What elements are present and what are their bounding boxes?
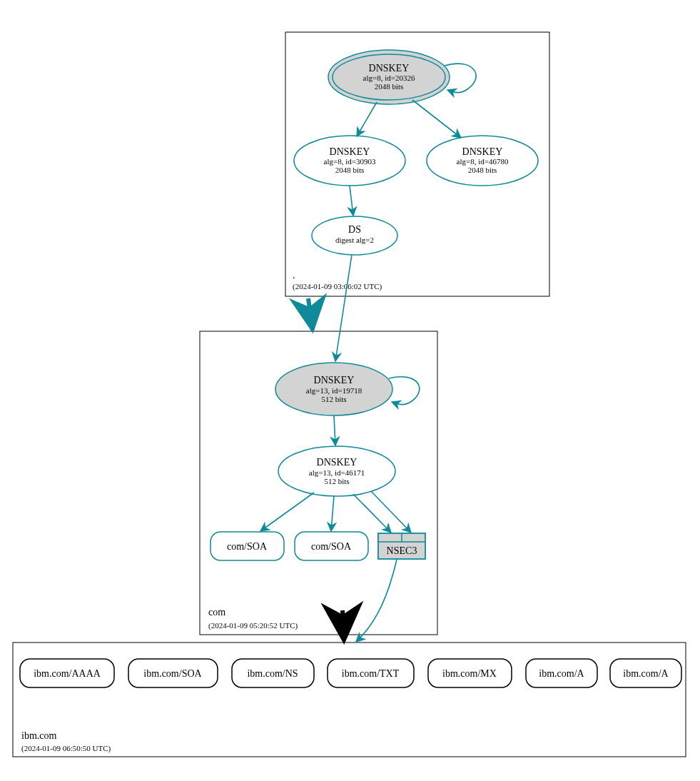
svg-text:ibm.com/AAAA: ibm.com/AAAA bbox=[34, 668, 101, 679]
svg-text:alg=8, id=30903: alg=8, id=30903 bbox=[324, 157, 376, 166]
svg-text:alg=13, id=46171: alg=13, id=46171 bbox=[309, 468, 365, 477]
edge-com-ksk-self bbox=[389, 377, 420, 405]
edge-comzsk-nsec3b bbox=[371, 491, 411, 533]
svg-text:alg=8, id=46780: alg=8, id=46780 bbox=[457, 157, 509, 166]
edge-comzsk-nsec3a bbox=[353, 494, 391, 533]
dnssec-diagram: . (2024-01-09 03:06:02 UTC) DNSKEY alg=8… bbox=[0, 0, 700, 781]
edge-comzsk-soa1 bbox=[260, 493, 314, 531]
svg-text:DNSKEY: DNSKEY bbox=[317, 457, 357, 468]
svg-text:DNSKEY: DNSKEY bbox=[462, 146, 503, 157]
edge-zsk1-ds bbox=[350, 186, 353, 216]
dnskey-root-ksk-alg: alg=8, id=20326 bbox=[363, 74, 415, 82]
svg-text:NSEC3: NSEC3 bbox=[387, 545, 417, 556]
svg-text:alg=13, id=19718: alg=13, id=19718 bbox=[306, 386, 362, 395]
svg-text:ibm.com/MX: ibm.com/MX bbox=[442, 668, 497, 679]
svg-text:ibm.com/A: ibm.com/A bbox=[539, 668, 584, 679]
edge-comzsk-soa2 bbox=[331, 496, 334, 531]
svg-text:DNSKEY: DNSKEY bbox=[330, 146, 370, 157]
svg-text:ibm.com/A: ibm.com/A bbox=[623, 668, 669, 679]
zone-root-label: . bbox=[293, 270, 295, 281]
dnskey-root-ksk-title: DNSKEY bbox=[369, 63, 410, 74]
zone-ibm-timestamp: (2024-01-09 06:50:50 UTC) bbox=[21, 744, 111, 753]
svg-text:2048 bits: 2048 bits bbox=[335, 166, 365, 174]
svg-text:512 bits: 512 bits bbox=[324, 477, 349, 485]
svg-text:DS: DS bbox=[348, 224, 361, 235]
svg-text:DNSKEY: DNSKEY bbox=[314, 375, 355, 386]
edge-comksk-comzsk bbox=[334, 415, 335, 445]
svg-text:com/SOA: com/SOA bbox=[227, 541, 268, 552]
edge-rootksk-zsk2 bbox=[412, 100, 461, 138]
zone-com-timestamp: (2024-01-09 05:20:52 UTC) bbox=[208, 621, 298, 630]
edge-nsec3-ibm bbox=[356, 560, 397, 642]
edge-rootksk-zsk1 bbox=[357, 102, 377, 136]
dnskey-root-ksk-bits: 2048 bits bbox=[375, 82, 404, 91]
zone-com-label: com bbox=[208, 607, 225, 618]
svg-text:ibm.com/SOA: ibm.com/SOA bbox=[143, 668, 202, 679]
svg-text:com/SOA: com/SOA bbox=[311, 541, 352, 552]
edge-ds-comksk bbox=[335, 255, 352, 361]
svg-text:512 bits: 512 bits bbox=[321, 395, 346, 403]
svg-text:ibm.com/TXT: ibm.com/TXT bbox=[342, 668, 400, 679]
zone-root-timestamp: (2024-01-09 03:06:02 UTC) bbox=[293, 282, 382, 291]
zone-ibm-label: ibm.com bbox=[21, 730, 56, 741]
edge-com-to-ibm-thick bbox=[343, 610, 344, 640]
nsec3-node: NSEC3 bbox=[378, 533, 425, 559]
svg-text:digest alg=2: digest alg=2 bbox=[335, 236, 374, 244]
svg-text:ibm.com/NS: ibm.com/NS bbox=[247, 668, 298, 679]
edge-root-to-com-thick bbox=[308, 298, 313, 330]
svg-text:2048 bits: 2048 bits bbox=[468, 166, 497, 174]
